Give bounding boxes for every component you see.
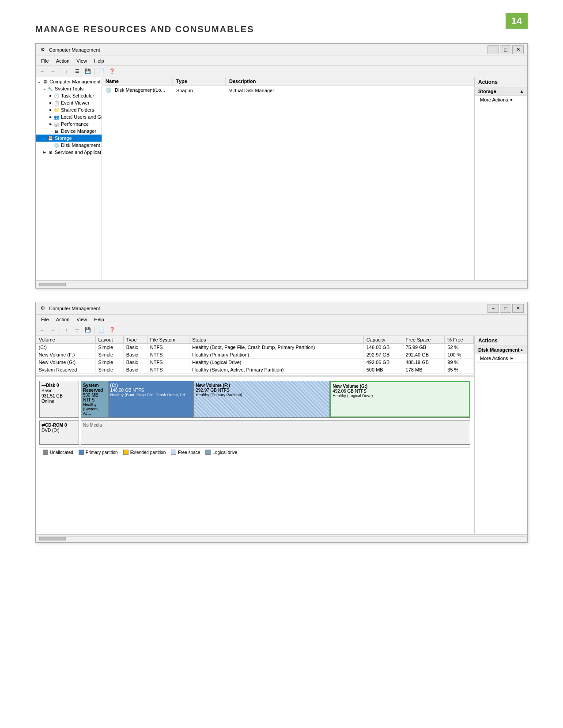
bottom-back-button[interactable]: ← <box>38 326 47 334</box>
cdrom0-label: ⇌CD-ROM 0 DVD (D:) <box>39 420 79 445</box>
tree-system-tools[interactable]: ⌄ 🔧 System Tools <box>36 85 102 92</box>
col-description[interactable]: Description <box>226 77 474 85</box>
content-row-disk-mgmt[interactable]: 💿 Disk Management(Lo... Snap-in Virtual … <box>102 86 474 95</box>
bottom-sep-2 <box>94 326 95 334</box>
windows-container: ⚙ Computer Management − □ ✕ File Action … <box>0 43 563 543</box>
local-users-icon: 👥 <box>53 114 60 120</box>
performance-expand[interactable]: ► <box>48 122 53 126</box>
col-name[interactable]: Name <box>102 77 173 85</box>
forward-button[interactable]: → <box>48 67 58 76</box>
disk-col-fs[interactable]: File System <box>147 336 189 344</box>
bottom-horizontal-scrollbar[interactable] <box>38 536 525 541</box>
bottom-forward-button[interactable]: → <box>48 326 58 334</box>
legend-extended-label: Extended partition <box>130 450 166 455</box>
up-button[interactable]: ↑ <box>62 67 72 76</box>
tree-event-viewer[interactable]: ► 📋 Event Viewer <box>36 99 102 106</box>
bottom-close-button[interactable]: ✕ <box>512 304 524 313</box>
disk-col-type[interactable]: Type <box>123 336 147 344</box>
partition-system-reserved[interactable]: System Reserved 500 MB NTFS Healthy (Sys… <box>81 381 109 417</box>
tree-storage[interactable]: ⌄ 💾 Storage <box>36 135 102 142</box>
close-button[interactable]: ✕ <box>512 45 524 54</box>
help-button[interactable]: ❓ <box>107 67 117 76</box>
disk-visual-area: —Disk 0 Basic 931.51 GB Online System Re… <box>36 377 474 460</box>
bottom-scroll-thumb[interactable] <box>39 537 66 540</box>
bottom-menu-file[interactable]: File <box>38 316 53 323</box>
disk-col-layout[interactable]: Layout <box>95 336 123 344</box>
bottom-menu-action[interactable]: Action <box>53 316 73 323</box>
cell-name-disk: 💿 Disk Management(Lo... <box>102 86 173 94</box>
disk-table-row[interactable]: New Volume (F:)SimpleBasicNTFSHealthy (P… <box>36 351 474 359</box>
show-hide-button[interactable]: ☰ <box>72 67 82 76</box>
disk-table-row[interactable]: System ReservedSimpleBasicNTFSHealthy (S… <box>36 366 474 374</box>
top-actions-storage-section[interactable]: Storage ▲ <box>475 87 527 96</box>
properties-button[interactable]: 📄 <box>97 67 106 76</box>
top-actions-panel: Actions Storage ▲ More Actions ► <box>474 77 527 280</box>
top-horizontal-scrollbar[interactable] <box>38 282 525 287</box>
services-icon: ⚙ <box>47 149 53 155</box>
tree-task-scheduler[interactable]: ► 🕐 Task Scheduler <box>36 92 102 99</box>
disk-col-free[interactable]: Free Space <box>403 336 445 344</box>
bottom-more-actions-link[interactable]: More Actions ► <box>475 354 527 363</box>
bottom-menu-help[interactable]: Help <box>91 316 108 323</box>
top-scroll-thumb[interactable] <box>39 283 66 286</box>
task-scheduler-expand[interactable]: ► <box>48 94 53 98</box>
bottom-show-hide[interactable]: ☰ <box>72 326 82 334</box>
tree-root[interactable]: ⌄ 🖥 Computer Management (Local <box>36 78 102 85</box>
top-window-title-text: Computer Management <box>49 47 100 53</box>
disk-col-capacity[interactable]: Capacity <box>363 336 403 344</box>
bottom-actions-disk-label: Disk Management <box>478 347 520 353</box>
tree-local-users[interactable]: ► 👥 Local Users and Groups <box>36 113 102 120</box>
bottom-properties[interactable]: 📄 <box>97 326 106 334</box>
root-expand-icon[interactable]: ⌄ <box>37 79 42 84</box>
partition-c[interactable]: (C:) 146.00 GB NTFS Healthy (Boot, Page … <box>109 381 194 417</box>
back-button[interactable]: ← <box>38 67 47 76</box>
disk-col-pct[interactable]: % Free <box>445 336 474 344</box>
legend-unallocated: Unallocated <box>43 450 73 455</box>
legend-logical-label: Logical drive <box>212 450 237 455</box>
tree-performance[interactable]: ► 📊 Performance <box>36 120 102 128</box>
shared-folders-expand[interactable]: ► <box>48 108 53 112</box>
bottom-more-arrow: ► <box>510 356 514 360</box>
maximize-button[interactable]: □ <box>500 45 511 54</box>
menu-help[interactable]: Help <box>91 57 108 64</box>
minimize-button[interactable]: − <box>487 45 499 54</box>
tree-shared-folders[interactable]: ► 📁 Shared Folders <box>36 106 102 113</box>
disk-legend: Unallocated Primary partition Extended p… <box>39 447 470 457</box>
disk-col-volume[interactable]: Volume <box>36 336 96 344</box>
col-type[interactable]: Type <box>173 77 226 85</box>
bottom-status-bar <box>36 534 527 542</box>
bottom-maximize-button[interactable]: □ <box>500 304 511 313</box>
partition-g[interactable]: New Volume (G:) 492.06 GB NTFS Healthy (… <box>330 381 470 417</box>
bottom-help[interactable]: ❓ <box>107 326 117 334</box>
disk-table-row[interactable]: New Volume (G:)SimpleBasicNTFSHealthy (L… <box>36 359 474 366</box>
tree-performance-label: Performance <box>61 121 89 127</box>
page-title: MANAGE RESOURCES AND CONSUMABLES <box>35 18 528 34</box>
disk-table: Volume Layout Type File System Status Ca… <box>36 336 474 374</box>
tree-device-manager[interactable]: 🖥 Device Manager <box>36 128 102 135</box>
cdrom0-no-media: No Media <box>83 423 102 428</box>
menu-action[interactable]: Action <box>53 57 73 64</box>
partition-f[interactable]: New Volume (F:) 292.97 GB NTFS Healthy (… <box>194 381 330 417</box>
local-users-expand[interactable]: ► <box>48 115 53 119</box>
system-tools-expand[interactable]: ⌄ <box>42 86 47 91</box>
top-toolbar: ← → ↑ ☰ 💾 📄 ❓ <box>36 66 527 77</box>
bottom-export[interactable]: 💾 <box>83 326 93 334</box>
storage-expand[interactable]: ⌄ <box>42 136 47 140</box>
disk-col-status[interactable]: Status <box>189 336 363 344</box>
bottom-minimize-button[interactable]: − <box>487 304 499 313</box>
bottom-toolbar: ← → ↑ ☰ 💾 📄 ❓ <box>36 324 527 336</box>
tree-task-scheduler-label: Task Scheduler <box>61 93 94 98</box>
disk-table-row[interactable]: (C:)SimpleBasicNTFSHealthy (Boot, Page F… <box>36 344 474 351</box>
tree-disk-management[interactable]: 💿 Disk Management <box>36 142 102 149</box>
bottom-menu-view[interactable]: View <box>73 316 91 323</box>
bottom-up-button[interactable]: ↑ <box>62 326 72 334</box>
top-more-actions-link[interactable]: More Actions ► <box>475 96 527 104</box>
menu-file[interactable]: File <box>38 57 53 64</box>
export-button[interactable]: 💾 <box>83 67 93 76</box>
event-viewer-expand[interactable]: ► <box>48 101 53 105</box>
tree-services-apps[interactable]: ► ⚙ Services and Applications <box>36 149 102 156</box>
disk-content-area: Volume Layout Type File System Status Ca… <box>36 336 474 534</box>
services-expand[interactable]: ► <box>42 150 47 154</box>
menu-view[interactable]: View <box>73 57 91 64</box>
bottom-actions-disk-section[interactable]: Disk Management ▲ <box>475 346 527 354</box>
